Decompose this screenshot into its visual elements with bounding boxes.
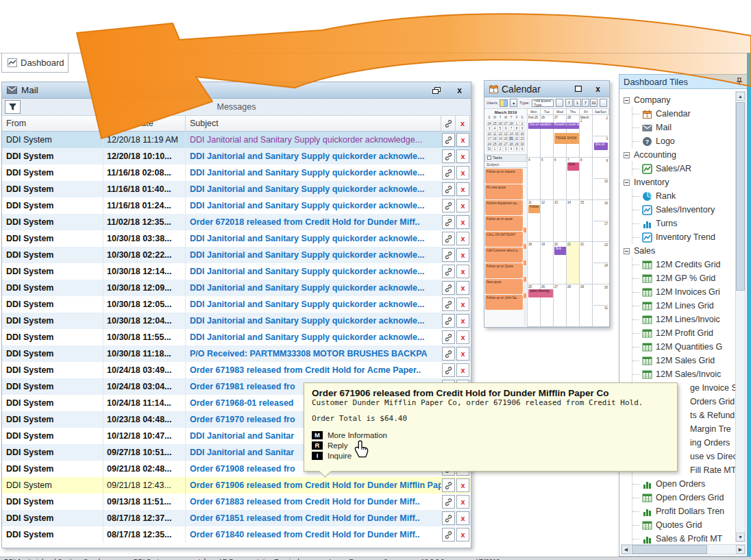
mail-close-icon[interactable]: x [457,86,462,95]
message-link-button[interactable] [442,232,455,245]
mail-message-row[interactable]: DDI System 11/16/18 01:24... DDI Janitor… [2,197,471,214]
tree-group-company[interactable]: Company [624,93,747,107]
message-link-button[interactable] [442,478,455,492]
message-subject-link[interactable]: Order 671883 released from Credit Hold f… [186,494,441,510]
sidebar-item-turns[interactable]: Turns [632,217,747,230]
mail-message-row[interactable]: DDI System 11/02/18 12:35... Order 67201… [2,214,471,230]
calendar-view-button-7[interactable]: 7 [582,99,589,107]
calendar-day-cell[interactable]: 15 [580,200,593,242]
message-delete-button[interactable]: x [456,199,469,212]
message-delete-button[interactable]: x [456,182,469,196]
task-chip[interactable]: Follow up on Quote [485,263,523,278]
sidebar-item-inventory-trend[interactable]: Inventory Trend [632,230,747,244]
message-subject-link[interactable]: DDI Janitorial and Sanitary Supply quick… [186,148,441,165]
message-delete-button[interactable]: x [456,281,469,295]
message-subject-link[interactable]: DDI Janitorial and Sanitary Supply quick… [186,263,441,280]
tree-group-sales[interactable]: Sales [624,244,747,258]
calendar-day-cell[interactable]: 14 [567,200,580,242]
message-link-button[interactable] [442,314,455,328]
sidebar-horizontal-scrollbar[interactable]: ◀ ▶ [621,544,746,555]
calendar-event[interactable]: Dru on vacation - Russell to cover terri… [528,123,579,129]
sidebar-item-sales-profit-mt[interactable]: Sales & Profit MT [632,532,747,546]
sidebar-item-sales-ar[interactable]: Sales/AR [632,162,747,175]
message-subject-link[interactable]: DDI Janitorial and Sanitary Supply quick… [186,247,441,263]
message-link-button[interactable] [442,363,455,377]
calendar-close-icon[interactable]: x [595,84,600,94]
calendar-day-cell[interactable]: 6 [554,158,567,199]
pin-icon[interactable] [736,77,743,86]
tab-dashboard[interactable]: Dashboard [1,53,69,73]
sidebar-item-12m-lines-invoic[interactable]: 12M Lines/Invoic [632,313,747,326]
message-subject-link[interactable]: DDI Janitorial and Sanitary Supply quick… [186,313,441,329]
message-subject-link[interactable]: DDI Janitorial and Sanitary Supply quick… [186,165,441,181]
calendar-day-cell[interactable]: 19 [541,242,554,284]
message-link-button[interactable] [442,199,455,212]
calendar-view-button-7[interactable]: 7 [565,99,573,107]
message-delete-button[interactable]: x [456,215,469,229]
message-delete-button[interactable]: x [456,297,469,311]
message-link-button[interactable] [442,281,455,295]
message-subject-link[interactable]: Order 672018 released from Credit Hold f… [186,214,441,230]
calendar-nav-button[interactable] [556,99,563,107]
sidebar-header[interactable]: Dashboard Tiles [619,74,748,89]
calendar-event[interactable]: Dyst [567,162,579,171]
column-header-from[interactable]: From [2,116,103,132]
message-link-button[interactable] [442,528,455,541]
calendar-restore-icon[interactable] [575,86,582,92]
calendar-day-cell[interactable]: 28 [567,284,580,326]
message-link-button[interactable] [442,248,455,262]
calendar-day-cell[interactable]: March 1 [580,115,593,157]
mail-message-row[interactable]: DDI System 12/20/18 11:19 AM DDI Janitor… [2,132,471,148]
column-header-subject[interactable]: Subject [186,116,441,132]
sidebar-item-quotes-grid[interactable]: Quotes Grid [632,518,747,532]
message-link-button[interactable] [442,511,455,525]
scroll-thumb[interactable] [632,545,707,554]
calendar-event[interactable]: TRADE SHOW [554,133,579,144]
message-delete-button[interactable]: x [456,314,469,328]
calendar-month-grid[interactable]: MonTueWedThuFriSat/Sun Feb 25262728March… [528,109,609,327]
message-link-button[interactable] [442,133,455,147]
task-chip[interactable]: Follow up on John Sa... [485,295,523,310]
message-link-button[interactable] [442,166,455,180]
calendar-event[interactable]: Sales Meeting [528,289,553,297]
scroll-thumb[interactable] [736,102,745,291]
sidebar-item-open-orders-grid[interactable]: Open Orders Grid [632,491,747,504]
calendar-nav-button[interactable] [600,99,607,107]
message-link-button[interactable] [442,297,455,311]
mail-message-row[interactable]: DDI System 10/30/18 03:38... DDI Janitor… [2,230,471,247]
message-subject-link[interactable]: DDI Janitorial and Sanitary Supply quick… [186,296,441,313]
calendar-day-cell[interactable]: 5 [541,158,554,199]
calendar-titlebar[interactable]: 1 Calendar x [484,81,609,97]
task-chip[interactable]: Call Customer about q... [485,247,523,263]
users-dropdown-arrow[interactable]: ▾ [510,99,517,107]
message-delete-button[interactable]: x [456,495,469,509]
message-delete-button[interactable]: x [456,265,469,278]
message-subject-link[interactable]: Order 671983 released from Credit Hold f… [186,362,441,378]
message-subject-link[interactable]: P/O Received: PARTMM33308 MOTOR BRUSHES … [186,345,441,362]
mail-message-row[interactable]: DDI System 09/21/18 12:43... Order 67190… [2,477,471,494]
collapse-icon[interactable] [624,97,630,104]
mail-message-row[interactable]: DDI System 10/30/18 12:14... DDI Janitor… [2,263,471,280]
sidebar-item-12m-invoices-gri[interactable]: 12M Invoices Gri [632,285,747,299]
sidebar-item-12m-sales-grid[interactable]: 12M Sales Grid [632,354,747,367]
message-link-button[interactable] [442,182,455,196]
message-link-button[interactable] [442,215,455,229]
mail-message-row[interactable]: DDI System 08/17/18 12:37... Order 67185… [2,510,471,526]
message-subject-link[interactable]: DDI Janitorial and Sanitary Supply quick… [186,230,441,247]
message-delete-button[interactable]: x [456,232,469,245]
sidebar-item-12m-lines-grid[interactable]: 12M Lines Grid [632,299,747,313]
calendar-day-cell[interactable]: 21 [567,242,580,284]
sidebar-item-12m-sales-invoic[interactable]: 12M Sales/Invoic [632,367,747,381]
sidebar-item-12m-gp-grid[interactable]: 12M GP % Grid [632,271,747,285]
tasks-bar[interactable]: Tasks [484,154,527,162]
message-delete-button[interactable]: x [456,363,469,377]
message-delete-button[interactable]: x [456,511,469,525]
column-header-link-icon[interactable] [441,116,456,132]
message-delete-button[interactable]: x [456,528,469,541]
sidebar-item-12m-profit-grid[interactable]: 12M Profit Grid [632,326,747,340]
calendar-day-cell[interactable]: 22 [580,242,593,284]
message-link-button[interactable] [442,347,455,361]
calendar-event[interactable]: Dru on [594,143,608,150]
tree-group-accounting[interactable]: Accounting [624,148,747,162]
column-header-delete-icon[interactable]: x [456,116,470,132]
